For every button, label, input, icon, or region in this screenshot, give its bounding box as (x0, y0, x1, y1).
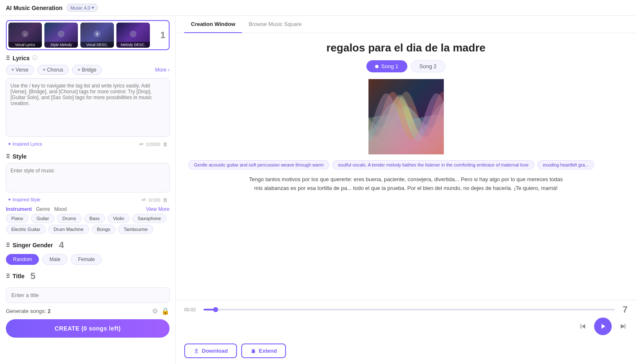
step-7-indicator: 7 (623, 304, 628, 315)
content-area: regalos para el dia de la madre Song 1 S… (176, 33, 636, 300)
song-tabs: Song 1 Song 2 (188, 60, 623, 72)
chip-tambourine[interactable]: Tambourine (118, 225, 153, 234)
chorus-tag-btn[interactable]: + Chorus (37, 65, 69, 75)
svg-text:🎵: 🎵 (59, 32, 64, 37)
template-melody-desc[interactable]: 🎶 Melody DESC. (116, 23, 150, 48)
bridge-tag-btn[interactable]: + Bridge (72, 65, 102, 75)
genre-filter[interactable]: Genre (36, 206, 50, 212)
style-textarea[interactable] (6, 163, 170, 192)
shuffle-icon[interactable]: ⇌ (139, 141, 144, 147)
song-1-dot (375, 65, 379, 68)
inspired-style-btn[interactable]: ✦ Inspired Style (8, 197, 41, 203)
template-row: ♪ Vocal Lyrics 1 🎵 Style Melody 🎙 Vocal … (6, 20, 170, 50)
style-icon: ⠿ (6, 153, 10, 160)
svg-text:🎙: 🎙 (95, 32, 99, 36)
lyrics-footer: ✦ Inspired Lyrics ⇌ 0/3000 🗑 (6, 139, 170, 147)
style-section-header: ⠿ Style (6, 153, 170, 160)
lyrics-tag-row: + Verse + Chorus + Bridge More › (6, 65, 170, 75)
male-gender-btn[interactable]: Male (42, 254, 67, 265)
generate-row: Generate songs: 2 ⚙ 🔒 (6, 307, 170, 315)
singer-gender-btns: Random Male Female (6, 254, 170, 265)
version-selector[interactable]: Music 4.0 ▾ (67, 4, 98, 12)
template-vocal-lyrics-label: Vocal Lyrics (8, 42, 42, 48)
mood-filter[interactable]: Mood (54, 206, 67, 212)
step-5-indicator: 5 (31, 271, 36, 282)
tab-creation-window[interactable]: Creation Window (184, 16, 242, 33)
generate-label: Generate songs: 2 (6, 308, 51, 314)
template-vocal-desc-label: Vocal DESC. (80, 42, 114, 48)
progress-row: 00:02 7 (184, 304, 628, 315)
lyrics-textarea[interactable] (6, 78, 170, 137)
lyrics-info-icon[interactable]: ⓘ (32, 54, 37, 62)
title-icon: ⠿ (6, 273, 10, 279)
inspired-lyrics-btn[interactable]: ✦ Inspired Lyrics (8, 141, 42, 147)
lyrics-section-header: ⠿ Lyrics ⓘ (6, 54, 170, 62)
instrument-filter[interactable]: Instrument (6, 206, 32, 212)
template-style-melody-label: Style Melody (44, 42, 78, 48)
chip-saxophone[interactable]: Saxophone (132, 214, 167, 223)
download-btn[interactable]: Download (184, 343, 237, 358)
chip-piano[interactable]: Piano (6, 214, 28, 223)
instrument-chips: Piano Guitar Drums Bass Violin Saxophone (6, 214, 170, 223)
song-tab-1[interactable]: Song 1 (366, 60, 407, 72)
next-btn[interactable] (618, 322, 628, 331)
step-4-indicator: 4 (59, 240, 64, 251)
template-melody-desc-label: Melody DESC. (116, 42, 150, 48)
verse-tag-btn[interactable]: + Verse (6, 65, 34, 75)
left-panel: ♪ Vocal Lyrics 1 🎵 Style Melody 🎙 Vocal … (0, 16, 176, 364)
lyrics-char-count: 0/3000 (146, 142, 160, 147)
title-input[interactable] (6, 287, 170, 303)
album-art (368, 79, 444, 154)
chip-bass[interactable]: Bass (84, 214, 105, 223)
style-title: Style (13, 153, 26, 160)
title-section-header: ⠿ Title 5 (6, 271, 170, 282)
instrument-chips-2: Electric Guitar Drum Machine Bongo Tambo… (6, 225, 170, 234)
create-btn[interactable]: CREATE (0 songs left) (6, 319, 170, 338)
lyrics-title: Lyrics (13, 55, 30, 62)
action-buttons: Download Extend (176, 339, 636, 364)
music-tags: Gentle acoustic guitar and soft percussi… (188, 160, 623, 169)
template-vocal-desc[interactable]: 🎙 Vocal DESC. (80, 23, 114, 48)
chip-bongo[interactable]: Bongo (92, 225, 116, 234)
singer-gender-title: Singer Gender (13, 242, 53, 249)
lyrics-more-btn[interactable]: More › (155, 67, 170, 73)
lock-icon[interactable]: 🔒 (161, 307, 170, 315)
prev-btn[interactable] (578, 322, 587, 331)
template-style-melody[interactable]: 🎵 Style Melody (44, 23, 78, 48)
music-tag-2: exuding heartfelt gra... (538, 160, 594, 169)
svg-text:♪: ♪ (24, 32, 26, 36)
app-title: AI Music Generation (6, 5, 62, 11)
extend-btn[interactable]: Extend (241, 343, 286, 358)
song-description: Tengo tantos motivos por los que querert… (247, 175, 565, 193)
style-filter-row: Instrument Genre Mood View More (6, 206, 170, 212)
delete-style-icon[interactable]: 🗑 (163, 197, 168, 203)
style-shuffle-icon[interactable]: ⇌ (142, 197, 146, 203)
song-tab-2[interactable]: Song 2 (411, 60, 445, 72)
song-title: regalos para el dia de la madre (188, 41, 623, 54)
singer-icon: ⠿ (6, 242, 10, 249)
step-1-indicator: 1 (160, 30, 165, 41)
chip-drum-machine[interactable]: Drum Machine (48, 225, 89, 234)
play-btn[interactable] (594, 318, 612, 335)
delete-lyrics-icon[interactable]: 🗑 (163, 141, 168, 147)
app-header: AI Music Generation Music 4.0 ▾ (0, 0, 636, 16)
settings-icon[interactable]: ⚙ (152, 307, 158, 315)
singer-gender-header: ⠿ Singer Gender 4 (6, 240, 170, 251)
style-view-more[interactable]: View More (146, 206, 170, 212)
right-panel: Creation Window Browse Music Square rega… (176, 16, 636, 364)
template-vocal-lyrics[interactable]: ♪ Vocal Lyrics 1 (8, 23, 42, 48)
chip-drums[interactable]: Drums (57, 214, 81, 223)
progress-thumb (213, 307, 218, 312)
music-tag-1: soulful vocals. A tender melody bathes t… (332, 160, 534, 169)
random-gender-btn[interactable]: Random (6, 254, 39, 265)
female-gender-btn[interactable]: Female (71, 254, 102, 265)
chip-violin[interactable]: Violin (108, 214, 130, 223)
tab-browse-music[interactable]: Browse Music Square (242, 16, 308, 33)
chip-guitar[interactable]: Guitar (31, 214, 54, 223)
right-tabs: Creation Window Browse Music Square (176, 16, 636, 33)
player-bar: 00:02 7 (176, 300, 636, 339)
title-section-title: Title (13, 273, 25, 279)
music-tag-0: Gentle acoustic guitar and soft percussi… (188, 160, 329, 169)
progress-track[interactable] (203, 309, 615, 310)
chip-electric-guitar[interactable]: Electric Guitar (6, 225, 46, 234)
